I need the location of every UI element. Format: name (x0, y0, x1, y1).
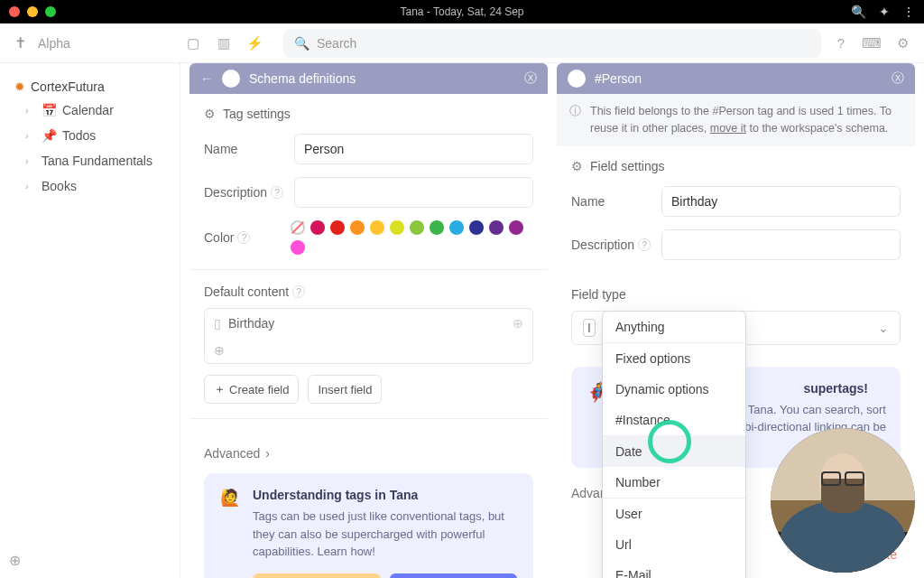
extension-icon[interactable]: ✦ (879, 5, 890, 19)
help-icon[interactable]: ? (237, 231, 250, 244)
back-icon[interactable]: ← (200, 71, 213, 86)
help-icon[interactable]: ? (292, 285, 305, 298)
create-field-button[interactable]: ＋Create field (204, 375, 299, 404)
add-value-icon[interactable]: ⊕ (513, 316, 523, 331)
description-label: Description ? (204, 185, 285, 200)
color-swatch[interactable] (310, 220, 325, 235)
move-it-link[interactable]: move it (710, 122, 746, 135)
color-swatch[interactable] (370, 220, 384, 235)
tip-title: Understanding tags in Tana (253, 488, 517, 502)
window-controls (9, 6, 56, 17)
ft-option-fixed[interactable]: Fixed options (603, 343, 745, 374)
color-swatch[interactable] (390, 220, 404, 235)
chevron-right-icon: › (25, 155, 36, 166)
advanced-toggle[interactable]: Advanced › (204, 446, 533, 461)
info-bar: ⓘ This field belongs to the #Person tag … (557, 94, 915, 146)
info-text: This field belongs to the #Person tag an… (590, 103, 902, 137)
item-label: Tana Fundamentals (42, 154, 152, 168)
color-swatch[interactable] (330, 220, 345, 235)
panel-toggle-icon[interactable]: ▢ (182, 33, 204, 54)
field-description-input[interactable] (661, 229, 901, 260)
info-icon: ⓘ (569, 103, 581, 137)
chevron-right-icon: › (25, 130, 36, 141)
color-swatch[interactable] (410, 220, 424, 235)
chevron-right-icon: › (25, 181, 36, 191)
default-content-item[interactable]: ▯ Birthday ⊕ (205, 309, 532, 338)
field-type-label: Field type (571, 287, 901, 302)
sidebar-item-todos[interactable]: › 📌 Todos (9, 123, 171, 148)
close-icon[interactable]: ⓧ (892, 70, 904, 87)
color-swatch[interactable] (469, 220, 484, 235)
keyboard-icon[interactable]: ⌨ (861, 33, 882, 54)
tip-body: Tags can be used just like conventional … (253, 508, 517, 561)
close-window[interactable] (9, 6, 20, 17)
sidebar-item-calendar[interactable]: › 📅 Calendar (9, 98, 171, 123)
pane-title: Schema definitions (249, 71, 356, 86)
insert-field-button[interactable]: Insert field (308, 375, 382, 404)
root-icon: ✹ (14, 79, 25, 94)
name-label: Name (571, 194, 652, 209)
color-swatch[interactable] (350, 220, 365, 235)
color-swatch[interactable] (509, 220, 523, 235)
item-label: Todos (62, 128, 96, 143)
workspace-name[interactable]: Alpha (38, 36, 173, 51)
help-icon[interactable]: ? (830, 33, 852, 54)
sidebar: ✹ CortexFutura › 📅 Calendar › 📌 Todos › … (0, 63, 180, 578)
maximize-window[interactable] (45, 6, 56, 17)
ft-option-number[interactable]: Number (603, 467, 745, 498)
item-emoji: 📅 (42, 103, 57, 117)
color-none[interactable] (291, 220, 305, 235)
sidebar-add-button[interactable]: ⊕ (9, 552, 21, 569)
help-icon[interactable]: ? (638, 238, 651, 251)
menu-icon[interactable]: ⋮ (902, 5, 915, 19)
titlebar-right: 🔍 ✦ ⋮ (851, 5, 915, 19)
color-swatch[interactable] (430, 220, 444, 235)
default-content-box: ▯ Birthday ⊕ ⊕ (204, 308, 533, 364)
search-placeholder: Search (317, 36, 356, 51)
pane-title: #Person (595, 71, 642, 86)
gear-icon: ⚙ (204, 107, 216, 121)
tip-emoji-icon: 🙋 (220, 488, 240, 578)
ft-option-instance[interactable]: #Instance (603, 405, 745, 435)
minimize-window[interactable] (27, 6, 38, 17)
color-picker (291, 220, 533, 255)
chevron-right-icon: › (25, 105, 36, 116)
name-input[interactable] (294, 134, 533, 164)
color-swatch[interactable] (449, 220, 464, 235)
calendar-icon[interactable]: ▥ (213, 33, 235, 54)
color-swatch[interactable] (489, 220, 504, 235)
ft-option-email[interactable]: E-Mail (603, 560, 745, 579)
settings-icon[interactable]: ⚙ (892, 33, 913, 54)
topbar: ✝ Alpha ▢ ▥ ⚡ 🔍 Search ? ⌨ ⚙ (0, 23, 924, 63)
ft-option-user[interactable]: User (603, 499, 745, 529)
ft-option-dynamic[interactable]: Dynamic options (603, 374, 745, 405)
bolt-icon[interactable]: ⚡ (244, 33, 265, 54)
close-icon[interactable]: ⓧ (524, 70, 537, 87)
field-label: Birthday (228, 316, 274, 331)
field-name-input[interactable] (661, 186, 901, 217)
field-icon: ▯ (214, 316, 221, 331)
node-icon: ✦ (222, 70, 240, 88)
tip-tag-example: #contact (253, 573, 381, 579)
color-swatch[interactable] (291, 240, 305, 255)
item-label: Books (42, 179, 77, 193)
add-default-content[interactable]: ⊕ (205, 338, 532, 363)
search-input[interactable]: 🔍 Search (283, 29, 821, 58)
zoom-icon[interactable]: 🔍 (851, 5, 866, 19)
ft-option-anything[interactable]: Anything (603, 312, 745, 342)
sidebar-root[interactable]: ✹ CortexFutura (9, 76, 171, 98)
help-icon[interactable]: ? (271, 186, 283, 199)
presenter-webcam (771, 428, 915, 573)
ft-option-date[interactable]: Date (603, 436, 745, 467)
name-label: Name (204, 142, 285, 156)
item-emoji: 📌 (42, 128, 57, 143)
ft-option-url[interactable]: Url (603, 529, 745, 560)
sidebar-item-fundamentals[interactable]: › Tana Fundamentals (9, 148, 171, 173)
chevron-right-icon: › (265, 446, 270, 461)
node-icon: ✦ (568, 70, 586, 88)
description-input[interactable] (294, 177, 533, 208)
pane-header: ✦ #Person ⓧ (557, 63, 915, 94)
sidebar-item-books[interactable]: › Books (9, 173, 171, 199)
app-logo-icon[interactable]: ✝ (11, 34, 29, 52)
item-label: Calendar (62, 103, 114, 117)
